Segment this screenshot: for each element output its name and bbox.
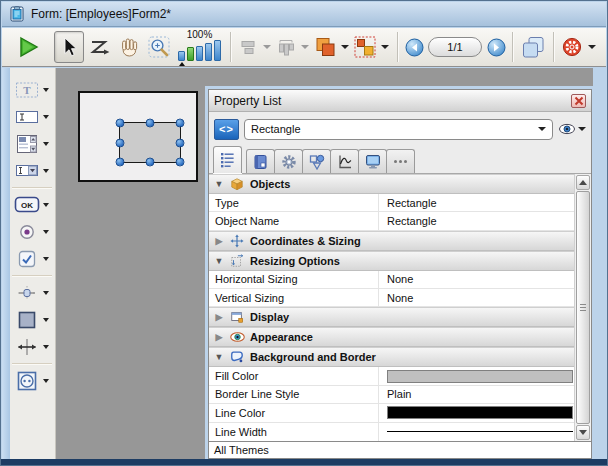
rectangle-tool-icon[interactable] <box>13 307 40 332</box>
selection-handle-se[interactable] <box>176 158 185 167</box>
preferences-dropdown-caret[interactable] <box>588 45 596 49</box>
text-tool-caret[interactable] <box>43 88 49 92</box>
property-value[interactable]: Rectangle <box>379 194 574 211</box>
button-tool-icon[interactable]: OK <box>13 192 40 217</box>
input-tool-icon[interactable] <box>13 104 40 129</box>
form-page[interactable] <box>78 91 198 182</box>
property-value[interactable] <box>379 404 574 421</box>
checkbox-tool-caret[interactable] <box>43 257 49 261</box>
slider-tool-caret[interactable] <box>43 291 49 295</box>
property-list-header[interactable]: Property List <box>209 90 591 112</box>
distribute-dropdown-caret[interactable] <box>301 45 309 49</box>
plugin-tool-icon[interactable] <box>13 368 40 393</box>
tab-shapes[interactable] <box>302 149 331 173</box>
distribute-button-disabled[interactable] <box>274 31 298 63</box>
hand-tool-button[interactable] <box>114 31 144 63</box>
rectangle-tool[interactable] <box>10 306 55 333</box>
expand-triangle[interactable]: ▶ <box>214 332 224 342</box>
preferences-button[interactable] <box>559 31 585 63</box>
section-resizing-options[interactable]: ▼ Resizing Options <box>209 251 574 271</box>
next-page-button[interactable] <box>485 31 507 63</box>
button-tool[interactable]: OK <box>10 191 55 218</box>
tab-gear[interactable] <box>274 149 303 173</box>
scroll-down-button[interactable] <box>576 425 590 440</box>
combobox-tool-icon[interactable] <box>13 158 40 183</box>
object-selector-combo[interactable]: Rectangle <box>244 119 553 140</box>
entry-order-tool-button[interactable] <box>84 31 114 63</box>
text-tool-icon[interactable]: T <box>13 77 40 102</box>
scroll-up-button[interactable] <box>576 175 590 190</box>
zoom-bar-2-current[interactable] <box>187 47 194 61</box>
property-value[interactable]: None <box>379 289 574 306</box>
section-background-border[interactable]: ▼ Background and Border <box>209 347 574 367</box>
slider-tool[interactable] <box>10 279 55 306</box>
zoom-level-control[interactable]: 100% <box>178 29 221 66</box>
checkbox-tool-icon[interactable] <box>13 246 40 271</box>
plugin-tool[interactable] <box>10 367 55 394</box>
page-indicator[interactable]: 1/1 <box>428 37 482 57</box>
expand-triangle[interactable]: ▶ <box>214 312 224 322</box>
property-scrollbar[interactable] <box>574 174 591 441</box>
align-button-disabled[interactable] <box>236 31 260 63</box>
titlebar[interactable]: Form: [Employees]Form2* <box>2 2 606 27</box>
radio-tool-icon[interactable] <box>13 219 40 244</box>
line-color-swatch[interactable] <box>387 406 573 419</box>
edit-code-button[interactable]: <> <box>214 119 239 140</box>
zoom-bar-5[interactable] <box>214 40 221 61</box>
property-value[interactable]: None <box>379 271 574 288</box>
selection-handle-ne[interactable] <box>176 119 185 128</box>
section-appearance[interactable]: ▶ Appearance <box>209 327 574 347</box>
tab-monitor[interactable] <box>358 149 387 173</box>
fill-color-swatch[interactable] <box>387 370 573 383</box>
property-value[interactable] <box>379 367 574 384</box>
form-pages-button[interactable] <box>518 31 548 63</box>
combobox-tool-caret[interactable] <box>43 169 49 173</box>
selection-handle-n[interactable] <box>146 119 155 128</box>
zoom-bar-1[interactable] <box>178 51 185 61</box>
listbox-tool-caret[interactable] <box>43 142 49 146</box>
section-display[interactable]: ▶ Display <box>209 307 574 327</box>
tab-book[interactable] <box>246 149 275 173</box>
button-tool-caret[interactable] <box>43 203 49 207</box>
zoom-bars[interactable] <box>178 40 221 61</box>
plugin-tool-caret[interactable] <box>43 379 49 383</box>
expand-triangle[interactable]: ▶ <box>214 236 224 246</box>
radio-tool-caret[interactable] <box>43 230 49 234</box>
property-value[interactable]: Rectangle <box>379 212 574 229</box>
section-coordinates-sizing[interactable]: ▶ Coordinates & Sizing <box>209 231 574 251</box>
expand-triangle[interactable]: ▼ <box>214 352 224 362</box>
scroll-thumb[interactable] <box>576 191 590 424</box>
group-button[interactable] <box>352 31 378 63</box>
previous-page-button[interactable] <box>403 31 425 63</box>
property-value[interactable] <box>379 423 574 441</box>
selected-rectangle-object[interactable] <box>119 122 181 163</box>
section-objects[interactable]: ▼ Objects <box>209 174 574 194</box>
splitter-tool-icon[interactable] <box>13 334 40 359</box>
expand-triangle[interactable]: ▼ <box>214 256 224 266</box>
selection-handle-e[interactable] <box>176 138 185 147</box>
listbox-tool-icon[interactable] <box>13 131 40 156</box>
zoom-bar-3[interactable] <box>196 46 203 61</box>
combobox-tool[interactable] <box>10 157 55 184</box>
close-button[interactable] <box>571 94 586 108</box>
selection-handle-s[interactable] <box>146 158 155 167</box>
level-dropdown-caret[interactable] <box>341 45 349 49</box>
input-tool[interactable] <box>10 103 55 130</box>
tab-list[interactable] <box>213 146 242 173</box>
listbox-tool[interactable] <box>10 130 55 157</box>
rectangle-tool-caret[interactable] <box>43 318 49 322</box>
selection-handle-w[interactable] <box>116 138 125 147</box>
selection-handle-sw[interactable] <box>116 158 125 167</box>
execute-form-button[interactable] <box>10 31 46 63</box>
level-button[interactable] <box>312 31 338 63</box>
splitter-tool-caret[interactable] <box>43 345 49 349</box>
group-dropdown-caret[interactable] <box>381 45 389 49</box>
align-dropdown-caret[interactable] <box>263 45 271 49</box>
text-tool[interactable]: T <box>10 76 55 103</box>
expand-triangle[interactable]: ▼ <box>214 179 224 189</box>
splitter-tool[interactable] <box>10 333 55 360</box>
slider-tool-icon[interactable] <box>13 280 40 305</box>
input-tool-caret[interactable] <box>43 115 49 119</box>
zoom-bar-4[interactable] <box>205 43 212 61</box>
view-options-button[interactable] <box>558 122 586 136</box>
